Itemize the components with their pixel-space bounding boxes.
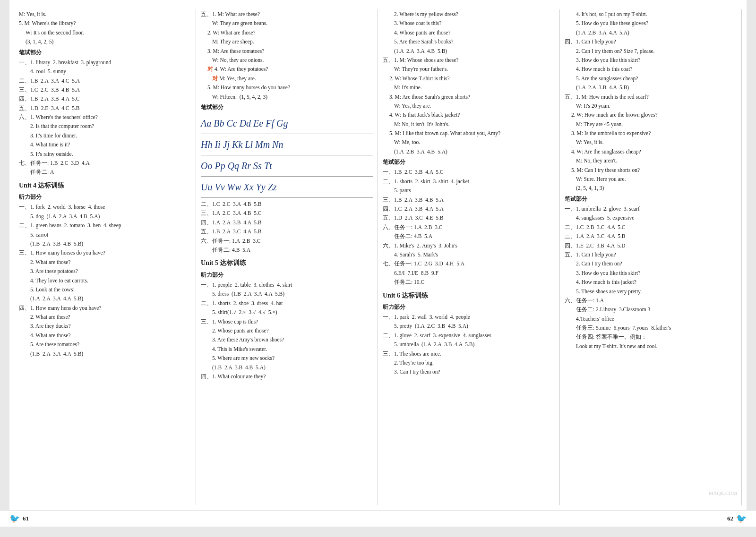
- c2-wu-8: 5. M: How many horses do you have?: [201, 83, 373, 92]
- c3-si: 四、1.C 2.A 3.B 4.A 5.A: [383, 205, 555, 213]
- c3-3: 4. Whose pants are those?: [383, 28, 555, 37]
- c4-wu-10: (2, 5, 4, 1, 3): [565, 184, 737, 192]
- c1-er: 二、1.B 2.A 3.A 4.C 5.A: [19, 77, 191, 85]
- c1-t2: 二、1. green beans 2. tomato 3. hen 4. she…: [19, 221, 191, 230]
- c3-t3-1: 2. They're too big.: [383, 358, 555, 367]
- c2-unit5: Unit 5 达标训练: [201, 258, 373, 268]
- c2-wu-3: M: They are sheep.: [201, 37, 373, 46]
- c1-wu: 五、1.D 2.E 3.A 4.C 5.B: [19, 104, 191, 112]
- c1-liu4: 4. What time is it?: [19, 140, 191, 149]
- c1-t1: 一、1. fork 2. world 3. horse 4. those: [19, 203, 191, 211]
- c2-t3-5: (1.B 2.A 3.B 4.B 5.A): [201, 363, 373, 372]
- c1-t4-3: 4. What are those?: [19, 331, 191, 340]
- c3-wu-3: M: It's mine.: [383, 83, 555, 92]
- watermark: MXQE.COM: [709, 490, 737, 496]
- c4-bishi: 笔试部分: [565, 195, 737, 204]
- c4-wu-5: W: Yes, it is.: [565, 138, 737, 146]
- c1-unit4: Unit 4 达标训练: [19, 180, 191, 191]
- c4-si2: 四、1.E 2.C 3.B 4.A 5.D: [565, 241, 737, 250]
- c2-t4-0: 四、1. What colour are they?: [201, 372, 373, 381]
- c4-wu-8: 5. M: Can I try these shorts on?: [565, 166, 737, 174]
- c1-liu2: 2. Is that the computer room?: [19, 122, 191, 130]
- c3-wu-5: W: Yes, they are.: [383, 102, 555, 110]
- c1-t3-4: 5. Look at the cows!: [19, 285, 191, 294]
- c1-san: 三、1.C 2.C 3.B 4.B 5.A: [19, 85, 191, 94]
- c4-liu5: 任务四: 答案不唯一。例如：: [565, 332, 737, 341]
- c3-liu: 六、任务一: 1.A 2.B 3.C: [383, 223, 555, 231]
- c4-yi: 一、1. umbrella 2. glove 3. scarf: [565, 205, 737, 213]
- c2-t1: 一、1. people 2. table 3. clothes 4. skirt: [201, 281, 373, 289]
- c4-si-2: 3. How do you like this skirt?: [565, 56, 737, 64]
- c4-liu: 六、任务一: 1.A: [565, 296, 737, 305]
- c1-yi2: 4. cool 5. sunny: [19, 67, 191, 76]
- c2-t3-2: 3. Are these Amy's brown shoes?: [201, 335, 373, 344]
- c2-t2: 二、1. shorts 2. shoe 3. dress 4. hat: [201, 299, 373, 307]
- c1-t4-0: 四、1. How many hens do you have?: [19, 304, 191, 312]
- c3-qi: 七、任务一: 1.C 2.G 3.D 4.H 5.A: [383, 259, 555, 268]
- c4-3: (1.A 2.B 3.A 4.A 5.A): [565, 28, 737, 37]
- c3-4: 5. Are these Sarah's books?: [383, 37, 555, 46]
- c4-liu6: Look at my T-shirt. It's new and cool.: [565, 342, 737, 350]
- c2-hw3: Oo Pp Qq Rr Ss Tt: [201, 156, 373, 177]
- c1-t3-0: 三、1. How many horses do you have?: [19, 248, 191, 257]
- c3-qi3: 任务二: 10.C: [383, 278, 555, 286]
- c3-wu-6: 4. W: Is that Jack's black jacket?: [383, 111, 555, 119]
- c1-t3-5: (1.A 2.A 3.A 4.A 5.B): [19, 294, 191, 303]
- c3-wu-8: 5. M: I like that brown cap. What about …: [383, 129, 555, 137]
- c4-wu-9: W: Sure. Here you are.: [565, 175, 737, 183]
- left-page-number: 61: [23, 515, 29, 522]
- c1-t4-4: 5. Are these tomatoes?: [19, 340, 191, 349]
- c4-1: 4. It's hot, so I put on my T-shirt.: [565, 10, 737, 18]
- c1-qi1: 七、任务一: 1.B 2.C 3.D 4.A: [19, 159, 191, 167]
- c3-wu-2: 2. W: Whose T-shirt is this?: [383, 74, 555, 83]
- c1-liu1: 六、1. Where's the teachers' office?: [19, 113, 191, 121]
- c4-wu2-0: 五、1. Can I help you?: [565, 250, 737, 259]
- c2-bishi: 笔试部分: [201, 103, 373, 112]
- c2-t3-0: 三、1. Whose cap is this?: [201, 317, 373, 326]
- column-4: 4. It's hot, so I put on my T-shirt. 5. …: [560, 9, 742, 505]
- c1-tingli: 听力部分: [19, 193, 191, 202]
- c1-t4-2: 3. Are they ducks?: [19, 322, 191, 330]
- c2-hw4: Uu Vv Ww Xx Yy Zz: [201, 178, 373, 198]
- page-footer: 🐦 61 62 🐦: [0, 510, 756, 527]
- c4-san: 三、1.A 2.A 3.C 4.A 5.B: [565, 232, 737, 240]
- c2-wu-6: 对 4. W: Are they potatoes?: [201, 65, 373, 73]
- c3-tingli: 听力部分: [383, 303, 555, 312]
- c3-liu4: 4. Sarah's 5. Mark's: [383, 250, 555, 259]
- bird-left-icon: 🐦: [9, 513, 20, 524]
- c2-hw2: Hh Ii Jj Kk Ll Mm Nn: [201, 135, 373, 155]
- c3-unit6: Unit 6 达标训练: [383, 290, 555, 301]
- column-2: 五、1. M: What are these? W: They are gree…: [196, 9, 378, 505]
- c2-wu-1: W: They are green beans.: [201, 19, 373, 27]
- column-3: 2. Where is my yellow dress? 3. Whose co…: [378, 9, 560, 505]
- c4-wu-2: 2. W: How much are the brown gloves?: [565, 111, 737, 119]
- c1-line-3: W: It's on the second floor.: [19, 28, 191, 37]
- column-1: M: Yes, it is. 5. M: Where's the library…: [14, 9, 196, 505]
- c3-t2: 二、1. glove 2. scarf 3. expensive 4. sung…: [383, 331, 555, 340]
- c3-wu2: 五、1.D 2.A 3.C 4.E 5.B: [383, 213, 555, 222]
- c1-line-1: M: Yes, it is.: [19, 10, 191, 18]
- c1-line-4: (3, 1, 4, 2, 5): [19, 37, 191, 46]
- c2-san: 三、1.A 2.C 3.A 4.B 5.C: [201, 209, 373, 217]
- c1-qi2: 任务二: A: [19, 168, 191, 176]
- c4-wu2-2: 3. How do you like this skirt?: [565, 269, 737, 277]
- c2-hw1: Aa Bb Cc Dd Ee Ff Gg: [201, 114, 373, 134]
- c3-1: 2. Where is my yellow dress?: [383, 10, 555, 18]
- c4-wu-3: M: They are 45 yuan.: [565, 120, 737, 128]
- c2-wu-5: W: No, they are onions.: [201, 56, 373, 64]
- c4-si-4: 5. Are the sunglasses cheap?: [565, 74, 737, 83]
- c4-liu2: 任务二: 2.Library 3.Classroom 3: [565, 305, 737, 314]
- c2-liu2: 任务二: 4.B 5.A: [201, 246, 373, 254]
- c3-wu-4: 3. M: Are those Sarah's green shorts?: [383, 93, 555, 101]
- c4-wu2-1: 2. Can I try them on?: [565, 259, 737, 268]
- c3-t1: 一、1. park 2. wall 3. world 4. people: [383, 313, 555, 321]
- c1-t1b: 5. dog (1.A 2.A 3.A 4.B 5.A): [19, 212, 191, 221]
- c3-wu-1: W: They're your father's.: [383, 65, 555, 73]
- page-container: M: Yes, it is. 5. M: Where's the library…: [9, 0, 747, 510]
- c4-wu-0: 五、1. M: How much is the red scarf?: [565, 93, 737, 101]
- c1-yi: 一、1. library 2. breakfast 3. playground: [19, 58, 191, 67]
- c2-wu-0: 五、1. M: What are these?: [201, 10, 373, 18]
- c3-t3-0: 三、1. The shoes are nice.: [383, 349, 555, 358]
- c3-yi: 一、1.B 2.C 3.B 4.A 5.C: [383, 168, 555, 176]
- c2-t2b: 5. shirt(1.√ 2.× 3.√ 4.√ 5.×): [201, 308, 373, 316]
